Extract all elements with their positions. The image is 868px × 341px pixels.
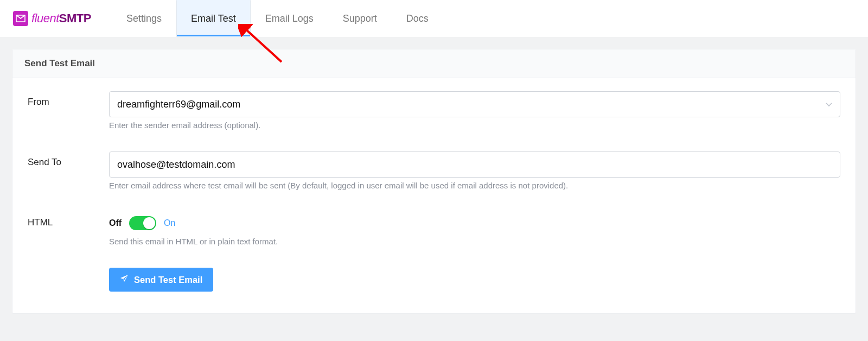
row-send-to: Send To ovalhose@testdomain.com Enter em…	[28, 151, 840, 190]
from-help: Enter the sender email address (optional…	[109, 121, 840, 130]
from-select[interactable]: dreamfighterr69@gmail.com	[109, 91, 840, 117]
send-to-label: Send To	[28, 151, 109, 168]
panel-title: Send Test Email	[12, 49, 856, 78]
brand: fluentSMTP	[13, 0, 91, 37]
row-from: From dreamfighterr69@gmail.com Enter the…	[28, 91, 840, 130]
send-button-label: Send Test Email	[134, 275, 202, 285]
html-toggle-row: Off On	[109, 212, 840, 230]
tab-support[interactable]: Support	[328, 0, 392, 37]
send-test-panel: Send Test Email From dreamfighterr69@gma…	[12, 49, 856, 314]
from-label: From	[28, 91, 109, 108]
toggle-on-label: On	[164, 218, 175, 228]
page-body: Send Test Email From dreamfighterr69@gma…	[0, 37, 868, 326]
panel-body: From dreamfighterr69@gmail.com Enter the…	[12, 78, 856, 313]
html-toggle[interactable]	[129, 216, 156, 230]
toggle-knob	[143, 217, 155, 229]
send-test-email-button[interactable]: Send Test Email	[109, 268, 213, 292]
send-to-input[interactable]: ovalhose@testdomain.com	[109, 151, 840, 178]
nav-tabs: Settings Email Test Email Logs Support D…	[112, 0, 443, 37]
app-header: fluentSMTP Settings Email Test Email Log…	[0, 0, 868, 37]
tab-docs[interactable]: Docs	[392, 0, 443, 37]
tab-email-logs[interactable]: Email Logs	[251, 0, 328, 37]
html-label: HTML	[28, 212, 109, 228]
chevron-down-icon	[826, 100, 832, 109]
send-to-help: Enter email address where test email wil…	[109, 181, 840, 190]
row-html: HTML Off On Send this email in HTML or i…	[28, 212, 840, 246]
toggle-off-label: Off	[109, 218, 122, 228]
from-value: dreamfighterr69@gmail.com	[117, 99, 240, 110]
send-to-value: ovalhose@testdomain.com	[117, 159, 235, 171]
row-submit: Send Test Email	[28, 268, 840, 292]
brand-text: fluentSMTP	[31, 11, 91, 26]
tab-email-test[interactable]: Email Test	[176, 0, 251, 37]
brand-icon	[13, 11, 28, 26]
brand-fluent: fluent	[31, 11, 59, 25]
brand-smtp: SMTP	[59, 11, 91, 25]
tab-settings[interactable]: Settings	[112, 0, 176, 37]
html-help: Send this email in HTML or in plain text…	[109, 237, 840, 246]
paper-plane-icon	[120, 274, 129, 285]
